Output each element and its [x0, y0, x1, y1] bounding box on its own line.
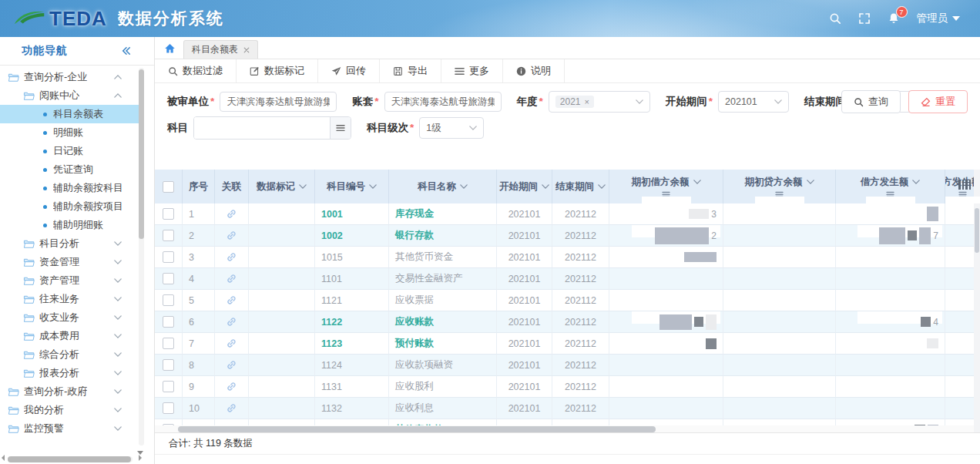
notifications-button[interactable]: 7: [888, 12, 900, 25]
chevron-down-icon[interactable]: [114, 260, 122, 264]
chevron-down-icon[interactable]: [114, 334, 122, 338]
select-all-checkbox[interactable]: [163, 181, 174, 193]
link-icon[interactable]: [227, 209, 237, 219]
sidebar-item[interactable]: 日记账: [0, 142, 143, 160]
toolbar-button-info[interactable]: 说明: [503, 59, 565, 82]
sidebar-item[interactable]: 我的分析: [0, 401, 143, 419]
sidebar-item[interactable]: 往来业务: [0, 290, 143, 308]
toolbar-button-send[interactable]: 回传: [318, 59, 380, 82]
subject-name-cell[interactable]: 库存现金: [389, 203, 497, 225]
chevron-down-icon[interactable]: [114, 241, 122, 246]
link-icon[interactable]: [227, 338, 237, 348]
row-checkbox[interactable]: [163, 273, 174, 284]
toolbar-button-search[interactable]: 数据过滤: [155, 59, 237, 82]
subject-picker-button[interactable]: [330, 117, 351, 139]
audited-unit-input[interactable]: [220, 92, 337, 112]
sort-caret-icon[interactable]: [369, 184, 377, 189]
sidebar-item[interactable]: 成本费用: [0, 327, 143, 345]
link-icon[interactable]: [227, 317, 237, 327]
sidebar-horizontal-scroll-thumb[interactable]: [8, 456, 131, 462]
sidebar-item[interactable]: 辅助余额按项目: [0, 197, 143, 216]
sidebar-item[interactable]: 凭证查询: [0, 160, 143, 179]
chevron-down-icon[interactable]: [114, 315, 122, 320]
subject-input[interactable]: [194, 117, 330, 139]
sidebar-item[interactable]: 辅助余额按科目: [0, 179, 143, 197]
chevron-down-icon[interactable]: [114, 408, 122, 412]
sidebar-item[interactable]: 查询分析-政府: [0, 382, 143, 401]
account-set-input[interactable]: [384, 92, 502, 112]
collapse-sidebar-icon[interactable]: [122, 46, 131, 55]
subject-code-cell[interactable]: 1122: [315, 311, 389, 333]
row-checkbox[interactable]: [163, 359, 174, 371]
row-checkbox[interactable]: [163, 402, 174, 414]
fullscreen-icon[interactable]: [858, 12, 871, 25]
row-checkbox[interactable]: [163, 230, 174, 241]
chevron-up-icon[interactable]: [114, 93, 122, 98]
chevron-down-icon[interactable]: [114, 426, 122, 431]
row-checkbox[interactable]: [163, 381, 174, 392]
sidebar-item[interactable]: 资产管理: [0, 271, 143, 290]
sort-caret-icon[interactable]: [299, 184, 307, 189]
sidebar-item[interactable]: 辅助明细账: [0, 216, 143, 234]
home-icon[interactable]: [164, 43, 176, 54]
sidebar-item[interactable]: 阅账中心: [0, 86, 143, 105]
chevron-up-icon[interactable]: [114, 75, 122, 79]
column-header[interactable]: 数据标记: [249, 170, 315, 203]
column-header[interactable]: 科目名称: [389, 170, 497, 203]
search-icon[interactable]: [829, 12, 841, 25]
sidebar-item[interactable]: 科目余额表: [0, 105, 143, 123]
row-checkbox[interactable]: [163, 338, 174, 349]
sidebar-item[interactable]: 科目分析: [0, 234, 143, 253]
close-tab-icon[interactable]: [243, 47, 250, 53]
chevron-down-icon[interactable]: [114, 278, 122, 283]
sort-caret-icon[interactable]: [542, 184, 549, 189]
sidebar-item[interactable]: 明细账: [0, 123, 143, 142]
sidebar-item[interactable]: 报表分析: [0, 364, 143, 382]
search-button[interactable]: 查询: [841, 90, 901, 113]
toolbar-button-export[interactable]: 导出: [380, 59, 441, 82]
column-header[interactable]: 期初借方余额: [609, 170, 723, 203]
subject-name-cell[interactable]: 银行存款: [389, 225, 497, 247]
column-header[interactable]: 期初贷方余额: [723, 170, 836, 203]
sort-caret-icon[interactable]: [912, 180, 920, 184]
sort-caret-icon[interactable]: [598, 184, 606, 189]
subject-name-cell[interactable]: 预付账款: [389, 333, 497, 355]
sort-caret-icon[interactable]: [807, 180, 814, 184]
toolbar-button-edit[interactable]: 数据标记: [237, 59, 318, 82]
scroll-right-arrow[interactable]: [139, 455, 142, 461]
chevron-down-icon[interactable]: [114, 371, 122, 375]
link-icon[interactable]: [227, 252, 237, 262]
sort-caret-icon[interactable]: [693, 180, 701, 184]
year-tag-close-icon[interactable]: ×: [585, 98, 589, 106]
link-icon[interactable]: [227, 274, 237, 284]
grid-horizontal-scroll-thumb[interactable]: [178, 426, 656, 432]
sidebar-item[interactable]: 综合分析: [0, 345, 143, 364]
grid-vertical-scroll-thumb[interactable]: [975, 208, 979, 253]
tab-subject-balance[interactable]: 科目余额表: [183, 40, 258, 59]
column-header[interactable]: 借方发生额: [836, 170, 945, 203]
link-icon[interactable]: [227, 295, 237, 305]
column-settings-icon[interactable]: [958, 180, 971, 190]
sidebar-item[interactable]: 收支业务: [0, 308, 143, 327]
link-icon[interactable]: [227, 382, 237, 392]
start-period-select[interactable]: 202101: [718, 91, 789, 113]
row-checkbox[interactable]: [163, 294, 174, 306]
column-header[interactable]: 科目编号: [315, 170, 389, 203]
sidebar-item[interactable]: 监控预警: [0, 419, 143, 438]
subject-level-select[interactable]: 1级: [419, 117, 484, 139]
subject-code-cell[interactable]: 1002: [315, 225, 389, 247]
subject-name-cell[interactable]: 应收账款: [389, 311, 497, 333]
chevron-down-icon[interactable]: [114, 352, 122, 357]
column-header[interactable]: 开始期间: [497, 170, 552, 203]
subject-code-cell[interactable]: 1001: [315, 203, 389, 225]
sidebar-item[interactable]: 资金管理: [0, 253, 143, 271]
sidebar-item[interactable]: 查询分析-企业: [0, 68, 143, 86]
row-checkbox[interactable]: [163, 208, 174, 220]
row-checkbox[interactable]: [163, 251, 174, 263]
column-header[interactable]: 结束期间: [552, 170, 609, 203]
row-checkbox[interactable]: [163, 316, 174, 328]
toolbar-button-menu[interactable]: 更多: [441, 59, 503, 82]
chevron-down-icon[interactable]: [114, 389, 122, 394]
link-icon[interactable]: [227, 403, 237, 413]
year-select[interactable]: 2021×: [549, 91, 650, 113]
